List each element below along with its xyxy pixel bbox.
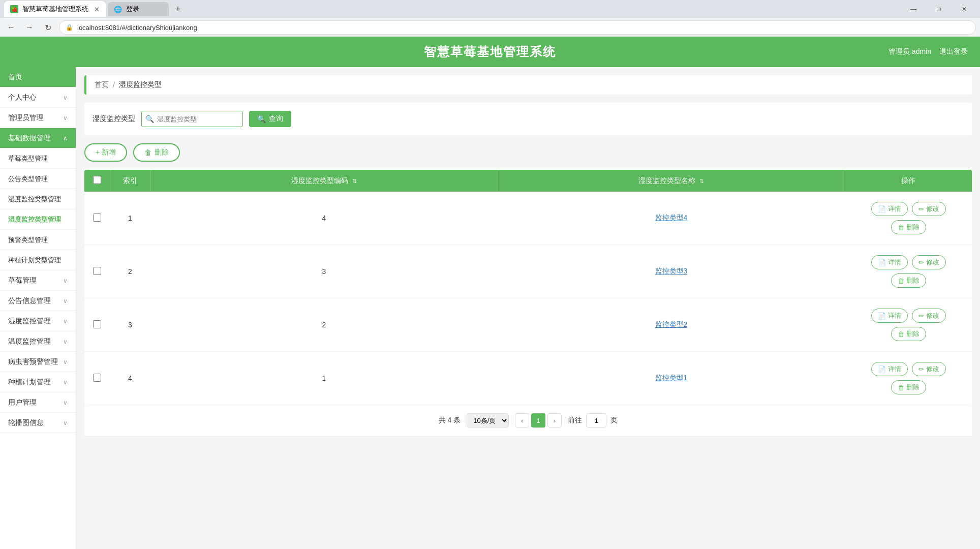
detail-label-0: 详情 xyxy=(888,204,901,214)
sidebar-item-temp-monitor[interactable]: 温度监控管理 ∨ xyxy=(0,331,76,352)
sidebar-item-notice-mgmt[interactable]: 公告信息管理 ∨ xyxy=(0,291,76,311)
browser-chrome: 🍓 智慧草莓基地管理系统 ✕ 🌐 登录 + — □ ✕ ← → ↻ 🔒 loca… xyxy=(0,0,980,37)
delete-label-2: 删除 xyxy=(906,329,920,339)
row-name-link-3[interactable]: 监控类型1 xyxy=(655,374,688,382)
table-row: 3 2 监控类型2 📄 详情 ✏ 修改 xyxy=(84,298,972,352)
back-button[interactable]: ← xyxy=(4,20,18,35)
th-code-label: 湿度监控类型编码 xyxy=(291,176,348,185)
edit-label-1: 修改 xyxy=(926,258,939,267)
row-name-1: 监控类型3 xyxy=(498,245,845,298)
select-all-checkbox[interactable] xyxy=(93,176,101,184)
row-name-link-0[interactable]: 监控类型4 xyxy=(655,214,688,222)
goto-page-input[interactable] xyxy=(586,413,606,428)
edit-button-1[interactable]: ✏ 修改 xyxy=(912,255,946,269)
sidebar-item-home[interactable]: 首页 xyxy=(0,67,76,87)
row-ops-1: 📄 详情 ✏ 修改 🗑 删除 xyxy=(845,245,972,298)
logout-button[interactable]: 退出登录 xyxy=(939,47,968,56)
row-checkbox-0[interactable] xyxy=(93,214,101,222)
sidebar-item-alert-type[interactable]: 预警类型管理 xyxy=(0,230,76,250)
search-input[interactable] xyxy=(141,111,243,127)
new-tab-button[interactable]: + xyxy=(171,2,185,16)
maximize-button[interactable]: □ xyxy=(927,0,951,18)
th-name: 湿度监控类型名称 ⇅ xyxy=(498,170,845,192)
sidebar-item-humidity-type-current[interactable]: 湿度监控类型管理 xyxy=(0,209,76,230)
delete-button-3[interactable]: 🗑 删除 xyxy=(891,380,926,394)
breadcrumb-home[interactable]: 首页 xyxy=(95,80,109,89)
ops-row2-0: 🗑 删除 xyxy=(891,220,926,234)
row-name-link-2[interactable]: 监控类型2 xyxy=(655,320,688,328)
detail-button-1[interactable]: 📄 详情 xyxy=(871,255,908,269)
sort-name-icon[interactable]: ⇅ xyxy=(699,178,704,184)
table-header-row: 索引 湿度监控类型编码 ⇅ 湿度监控类型名称 ⇅ 操作 xyxy=(84,170,972,192)
sidebar-item-personal[interactable]: 个人中心 ∨ xyxy=(0,87,76,108)
sidebar-item-strawberry-type[interactable]: 草莓类型管理 xyxy=(0,148,76,169)
next-page-button[interactable]: › xyxy=(547,413,562,428)
delete-button-1[interactable]: 🗑 删除 xyxy=(891,273,926,288)
page-navigation: ‹ 1 › xyxy=(515,413,562,428)
breadcrumb-separator: / xyxy=(113,81,115,89)
prev-page-button[interactable]: ‹ xyxy=(515,413,529,428)
ops-cell-3: 📄 详情 ✏ 修改 🗑 删除 xyxy=(853,362,964,394)
sidebar-label-carousel: 轮播图信息 xyxy=(8,418,44,428)
forward-button[interactable]: → xyxy=(22,20,37,35)
total-count: 共 4 条 xyxy=(439,416,461,425)
sidebar-item-planting-type[interactable]: 种植计划类型管理 xyxy=(0,250,76,270)
search-button[interactable]: 🔍 查询 xyxy=(249,111,291,127)
batch-delete-button[interactable]: 🗑 删除 xyxy=(133,143,180,162)
ops-cell-2: 📄 详情 ✏ 修改 🗑 删除 xyxy=(853,309,964,341)
search-btn-icon: 🔍 xyxy=(257,115,266,123)
sidebar-item-humidity-type1[interactable]: 湿度监控类型管理 xyxy=(0,189,76,209)
edit-button-3[interactable]: ✏ 修改 xyxy=(912,362,946,376)
current-page-number[interactable]: 1 xyxy=(531,413,545,428)
edit-label-3: 修改 xyxy=(926,364,939,374)
detail-button-3[interactable]: 📄 详情 xyxy=(871,362,908,376)
row-checkbox-cell xyxy=(84,192,110,245)
add-button[interactable]: + 新增 xyxy=(84,143,127,162)
delete-icon-3: 🗑 xyxy=(898,384,904,391)
th-index: 索引 xyxy=(110,170,150,192)
sort-code-icon[interactable]: ⇅ xyxy=(352,178,357,184)
url-bar[interactable]: 🔒 localhost:8081/#/dictionaryShidujianko… xyxy=(59,20,976,35)
detail-button-0[interactable]: 📄 详情 xyxy=(871,202,908,216)
user-info: 管理员 admin 退出登录 xyxy=(889,47,968,56)
sidebar-item-strawberry-mgmt[interactable]: 草莓管理 ∨ xyxy=(0,270,76,291)
sidebar-item-basic-data[interactable]: 基础数据管理 ∧ xyxy=(0,128,76,148)
goto-section: 前往 页 xyxy=(568,413,618,428)
row-name-2: 监控类型2 xyxy=(498,298,845,352)
sidebar-item-pest-alert[interactable]: 病虫害预警管理 ∨ xyxy=(0,352,76,372)
row-checkbox-cell xyxy=(84,298,110,352)
table-row: 1 4 监控类型4 📄 详情 ✏ 修改 xyxy=(84,192,972,245)
row-checkbox-2[interactable] xyxy=(93,320,101,328)
sidebar-item-humidity-monitor[interactable]: 湿度监控管理 ∨ xyxy=(0,311,76,331)
minimize-button[interactable]: — xyxy=(902,0,925,18)
detail-label-3: 详情 xyxy=(888,364,901,374)
active-tab[interactable]: 🍓 智慧草莓基地管理系统 ✕ xyxy=(4,1,106,17)
row-ops-0: 📄 详情 ✏ 修改 🗑 删除 xyxy=(845,192,972,245)
refresh-button[interactable]: ↻ xyxy=(41,20,55,35)
row-checkbox-3[interactable] xyxy=(93,374,101,382)
ops-cell-0: 📄 详情 ✏ 修改 🗑 删除 xyxy=(853,202,964,234)
chevron-carousel: ∨ xyxy=(63,419,68,426)
sidebar-label-temp-monitor: 温度监控管理 xyxy=(8,337,51,346)
close-button[interactable]: ✕ xyxy=(953,0,976,18)
sidebar-item-user-mgmt[interactable]: 用户管理 ∨ xyxy=(0,392,76,413)
sidebar-label-notice-mgmt: 公告信息管理 xyxy=(8,296,51,306)
row-checkbox-1[interactable] xyxy=(93,267,101,275)
inactive-tab[interactable]: 🌐 登录 xyxy=(108,2,169,16)
delete-button-2[interactable]: 🗑 删除 xyxy=(891,327,926,341)
sidebar-item-admin[interactable]: 管理员管理 ∨ xyxy=(0,108,76,128)
ops-row2-1: 🗑 删除 xyxy=(891,273,926,288)
row-name-link-1[interactable]: 监控类型3 xyxy=(655,267,688,275)
tab-close-button[interactable]: ✕ xyxy=(94,6,100,13)
tab-title: 智慧草莓基地管理系统 xyxy=(22,5,88,14)
edit-label-0: 修改 xyxy=(926,204,939,214)
sidebar-item-notice-type[interactable]: 公告类型管理 xyxy=(0,169,76,189)
sidebar-item-planting-plan[interactable]: 种植计划管理 ∨ xyxy=(0,372,76,392)
edit-button-0[interactable]: ✏ 修改 xyxy=(912,202,946,216)
edit-button-2[interactable]: ✏ 修改 xyxy=(912,309,946,323)
detail-button-2[interactable]: 📄 详情 xyxy=(871,309,908,323)
sidebar-item-carousel[interactable]: 轮播图信息 ∨ xyxy=(0,413,76,433)
edit-label-2: 修改 xyxy=(926,311,939,320)
per-page-select[interactable]: 10条/页 20条/页 50条/页 xyxy=(467,413,509,428)
delete-button-0[interactable]: 🗑 删除 xyxy=(891,220,926,234)
